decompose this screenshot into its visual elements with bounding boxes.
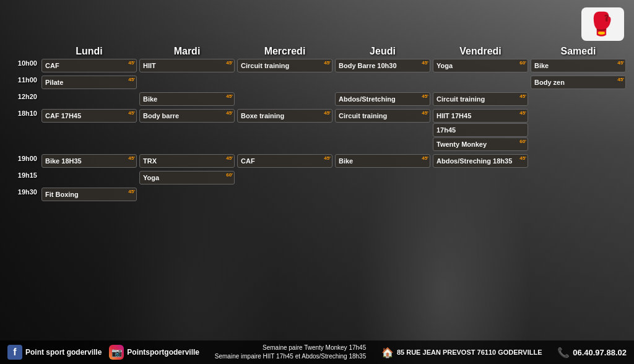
duration-badge: 45' xyxy=(128,155,135,161)
cell-lundi-4: Bike 18H3545' xyxy=(41,154,137,169)
notes-block: Semaine paire Twenty Monkey 17h45 Semain… xyxy=(215,344,366,361)
class-name: Pilate xyxy=(45,79,63,86)
cell-samedi-2 xyxy=(530,92,627,107)
class-name: CAF xyxy=(45,62,59,69)
class-name: TRX xyxy=(143,157,157,165)
class-box: Yoga60' xyxy=(139,171,235,184)
class-name: Abdos/Streching 18h35 xyxy=(436,157,512,165)
class-box: Bike45' xyxy=(531,59,626,72)
duration-badge: 45' xyxy=(226,60,233,66)
class-box: Bike45' xyxy=(139,92,235,106)
cell-jeudi-4: Bike45' xyxy=(334,154,431,169)
class-box: Body zen45' xyxy=(531,76,626,89)
duration-badge: 60' xyxy=(519,139,526,144)
cell-mercredi-0: Circuit training45' xyxy=(237,58,333,74)
instagram-icon: 📷 xyxy=(109,345,124,360)
schedule-table: Lundi Mardi Mercredi Jeudi Vendredi Same… xyxy=(6,45,628,204)
time-10h00: 10h00 xyxy=(7,58,40,74)
cell-mardi-3: Body barre45' xyxy=(139,108,235,152)
cell-samedi-5 xyxy=(530,170,627,186)
cell-mardi-2: Bike45' xyxy=(139,92,235,107)
day-mardi: Mardi xyxy=(139,46,235,57)
logo-block: 🥊 xyxy=(581,7,624,41)
duration-badge: 45' xyxy=(519,110,526,116)
class-name: Abdos/Stretching xyxy=(339,95,396,103)
time-19h00: 19h00 xyxy=(7,154,40,169)
schedule-row-5: 19h15Yoga60' xyxy=(7,170,627,186)
footer: f Point sport goderville 📷 Pointsportgod… xyxy=(0,340,634,364)
class-name: Circuit training xyxy=(241,62,289,69)
duration-badge: 45' xyxy=(128,60,135,66)
facebook-icon: f xyxy=(7,345,22,360)
day-jeudi: Jeudi xyxy=(334,46,431,57)
class-box: Yoga60' xyxy=(433,59,528,72)
class-box: HIIT 17H4545' xyxy=(433,109,528,123)
cell-vendredi-1 xyxy=(432,75,529,90)
time-19h30: 19h30 xyxy=(7,187,40,202)
class-box: CAF45' xyxy=(41,59,137,72)
cell-lundi-6: Fit Boxing45' xyxy=(41,187,137,202)
cell-vendredi-5 xyxy=(432,170,529,186)
cell-jeudi-6 xyxy=(334,187,431,202)
address-block: 🏠 85 RUE JEAN PREVOST 76110 GODERVILLE xyxy=(381,347,542,358)
cell-samedi-3 xyxy=(530,108,627,152)
schedule-row-1: 11h00Pilate45'Body zen45' xyxy=(7,75,627,90)
cell-mercredi-5 xyxy=(237,170,333,186)
class-name: Yoga xyxy=(436,62,453,69)
schedule-row-3: 18h10CAF 17H4545'Body barre45'Boxe train… xyxy=(7,108,627,152)
schedule-row-0: 10h00CAF45'HIIT45'Circuit training45'Bod… xyxy=(7,58,627,74)
class-name: HIIT 17H45 xyxy=(436,112,471,119)
cell-jeudi-3: Circuit training45' xyxy=(334,108,431,152)
class-name: Bike xyxy=(339,157,353,165)
cell-lundi-0: CAF45' xyxy=(41,58,137,74)
cell-vendredi-4: Abdos/Streching 18h3545' xyxy=(432,154,529,169)
cell-mardi-6 xyxy=(139,187,235,202)
class-name: Bike xyxy=(143,95,157,103)
class-box: CAF45' xyxy=(237,154,332,168)
duration-badge: 45' xyxy=(324,60,331,66)
phone-text: 06.40.97.88.02 xyxy=(573,348,627,357)
schedule-row-4: 19h00Bike 18H3545'TRX45'CAF45'Bike45'Abd… xyxy=(7,154,627,169)
day-mercredi: Mercredi xyxy=(237,46,333,57)
time-col-header xyxy=(7,46,40,57)
duration-badge: 45' xyxy=(226,93,233,99)
day-vendredi: Vendredi xyxy=(432,46,529,57)
class-box: Circuit training45' xyxy=(237,59,332,72)
cell-jeudi-1 xyxy=(334,75,431,90)
class-box: Abdos/Stretching45' xyxy=(335,92,430,106)
class-box: Bike 18H3545' xyxy=(41,154,137,168)
cell-lundi-5 xyxy=(41,170,137,186)
duration-badge: 60' xyxy=(519,60,526,66)
cell-lundi-1: Pilate45' xyxy=(41,75,137,90)
phone-block: 📞 06.40.97.88.02 xyxy=(557,347,627,358)
class-box: Fit Boxing45' xyxy=(41,188,137,201)
cell-samedi-4 xyxy=(530,154,627,169)
class-name: CAF xyxy=(241,157,255,165)
duration-badge: 45' xyxy=(324,155,331,161)
class-name: Body barre xyxy=(143,112,179,119)
cell-mercredi-1 xyxy=(237,75,333,90)
class-name: Circuit training xyxy=(339,112,387,119)
class-box: Circuit training45' xyxy=(335,109,430,123)
cell-mardi-1 xyxy=(139,75,235,90)
class-box: Twenty Monkey60' xyxy=(433,137,528,151)
duration-badge: 45' xyxy=(324,110,331,116)
cell-mercredi-3: Boxe training45' xyxy=(237,108,333,152)
class-name: Twenty Monkey xyxy=(436,141,487,148)
time-18h10: 18h10 xyxy=(7,108,40,152)
duration-badge: 45' xyxy=(519,155,526,161)
class-name: HIIT xyxy=(143,62,156,69)
class-name: 17h45 xyxy=(436,126,456,134)
duration-badge: 45' xyxy=(128,189,135,194)
class-name: Bike 18H35 xyxy=(45,157,82,165)
class-box: CAF 17H4545' xyxy=(41,109,137,123)
class-name: Bike xyxy=(534,62,549,69)
time-12h20: 12h20 xyxy=(7,92,40,107)
duration-badge: 45' xyxy=(422,110,428,116)
cell-vendredi-3: HIIT 17H4545'17h45Twenty Monkey60' xyxy=(432,108,529,152)
cell-jeudi-0: Body Barre 10h3045' xyxy=(334,58,431,74)
class-name: Yoga xyxy=(143,174,159,181)
cell-jeudi-2: Abdos/Stretching45' xyxy=(334,92,431,107)
facebook-handle: Point sport goderville xyxy=(25,348,102,357)
cell-samedi-1: Body zen45' xyxy=(530,75,627,90)
